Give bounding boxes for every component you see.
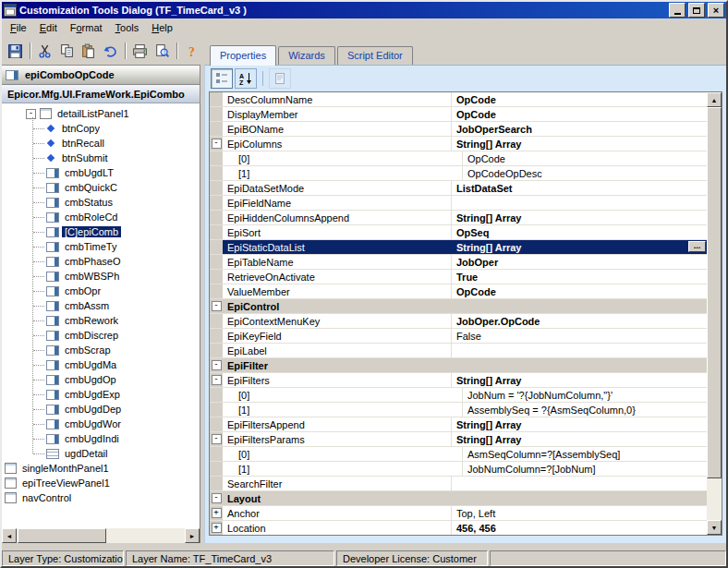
tree-item[interactable]: singleMonthPanel1: [2, 461, 200, 476]
tree-hscrollbar[interactable]: ◄ ►: [2, 528, 200, 543]
property-row[interactable]: +Location456, 456: [210, 521, 707, 536]
tree-item[interactable]: btnSubmit: [2, 151, 200, 165]
tree-item[interactable]: btnCopy: [2, 121, 200, 136]
tree-item[interactable]: cmbPhaseO: [2, 254, 200, 269]
tab-script-editor[interactable]: Script Editor: [337, 46, 413, 65]
undo-button[interactable]: [100, 40, 121, 63]
tab-wizards[interactable]: Wizards: [278, 46, 335, 65]
property-row[interactable]: EpiSortOpSeq: [210, 225, 707, 240]
category-row[interactable]: -EpiControl: [210, 299, 707, 314]
expand-toggle[interactable]: -: [212, 434, 222, 444]
tree-collapse-toggle[interactable]: -: [26, 109, 36, 119]
expand-toggle[interactable]: -: [212, 375, 222, 385]
property-row[interactable]: -EpiColumnsString[] Array: [210, 137, 707, 151]
property-row[interactable]: [0]OpCode: [210, 151, 707, 166]
tree-item[interactable]: cmbUgdIndi: [2, 431, 200, 446]
property-row[interactable]: EpiFieldName: [210, 196, 707, 211]
help-button[interactable]: ?: [182, 40, 203, 63]
property-row[interactable]: +AnchorTop, Left: [210, 506, 707, 521]
expand-toggle[interactable]: -: [212, 493, 222, 503]
alphabetical-sort-button[interactable]: A Z: [235, 68, 257, 89]
tree-item[interactable]: cmbRoleCd: [2, 210, 200, 224]
property-row[interactable]: EpiKeyFieldFalse: [210, 329, 707, 344]
tree-item[interactable]: cmbWBSPh: [2, 269, 200, 284]
property-row[interactable]: EpiFiltersAppendString[] Array: [210, 417, 707, 432]
property-row[interactable]: EpiDataSetModeListDataSet: [210, 181, 707, 196]
tree-item[interactable]: cmbUgdExp: [2, 387, 200, 402]
save-button[interactable]: [5, 40, 26, 63]
vscroll-thumb[interactable]: [707, 107, 722, 478]
scroll-right-button[interactable]: ►: [185, 528, 200, 543]
expand-toggle[interactable]: -: [212, 360, 222, 370]
expand-toggle[interactable]: -: [212, 139, 222, 149]
tree-item[interactable]: epiTreeViewPanel1: [2, 476, 200, 490]
hscroll-thumb[interactable]: [18, 528, 106, 543]
hscroll-track[interactable]: [106, 528, 185, 543]
property-row[interactable]: [0]JobNum = '?{JobNumColumn,"}': [210, 388, 707, 403]
tree-item[interactable]: cmbTimeTy: [2, 239, 200, 254]
close-button[interactable]: ×: [708, 3, 724, 18]
selected-control-header[interactable]: epiComboOpCode: [2, 65, 200, 85]
tab-properties[interactable]: Properties: [210, 45, 276, 66]
tree-item[interactable]: btnRecall: [2, 136, 200, 151]
tree-item[interactable]: cmbUgdMa: [2, 357, 200, 372]
property-row[interactable]: DescColumnNameOpCode: [210, 92, 707, 107]
scroll-left-button[interactable]: ◄: [2, 528, 17, 543]
maximize-button[interactable]: [688, 3, 705, 18]
scroll-up-button[interactable]: ▲: [707, 92, 722, 107]
tree-item[interactable]: cmbScrap: [2, 343, 200, 357]
property-row[interactable]: DisplayMemberOpCode: [210, 107, 707, 122]
property-row[interactable]: [1]OpCodeOpDesc: [210, 166, 707, 181]
property-row[interactable]: RetrieveOnActivateTrue: [210, 270, 707, 284]
property-row[interactable]: [1]JobNumColumn=?[JobNum]: [210, 462, 707, 477]
tree-item[interactable]: cmbOpr: [2, 284, 200, 298]
print-preview-button[interactable]: [152, 40, 173, 63]
copy-button[interactable]: [56, 40, 78, 63]
tree-item-label: epiTreeViewPanel1: [19, 477, 113, 489]
tree-item[interactable]: cmbUgdWor: [2, 417, 200, 431]
minimize-button[interactable]: [669, 3, 686, 18]
tree-item[interactable]: cmbAssm: [2, 298, 200, 313]
property-row[interactable]: EpiHiddenColumnsAppendString[] Array: [210, 211, 707, 225]
categorized-view-button[interactable]: [211, 68, 233, 89]
tree-item[interactable]: cmbUgdDep: [2, 402, 200, 417]
expand-toggle[interactable]: +: [212, 508, 222, 518]
tree-item[interactable]: cmbRework: [2, 313, 200, 328]
tree-item[interactable]: ugdDetail: [2, 446, 200, 461]
property-row[interactable]: EpiContextMenuKeyJobOper.OpCode: [210, 314, 707, 329]
menu-help[interactable]: Help: [145, 20, 179, 35]
tree-item[interactable]: [C]epiComb: [2, 224, 200, 239]
property-row[interactable]: SearchFilter: [210, 477, 707, 491]
property-row[interactable]: -EpiFiltersParamsString[] Array: [210, 432, 707, 447]
property-row[interactable]: EpiTableNameJobOper: [210, 255, 707, 270]
property-row[interactable]: [1]AssemblySeq = ?{AsmSeqColumn,0}: [210, 403, 707, 417]
toolbar-separator: [125, 42, 127, 59]
property-row[interactable]: EpiStaticDataListString[] Array...: [210, 240, 707, 255]
menu-tools[interactable]: Tools: [109, 20, 146, 35]
print-button[interactable]: [130, 40, 152, 63]
expand-toggle[interactable]: -: [212, 301, 222, 311]
ellipsis-button[interactable]: ...: [688, 241, 706, 252]
property-row[interactable]: EpiLabel: [210, 344, 707, 358]
property-row[interactable]: [0]AsmSeqColumn=?[AssemblySeq]: [210, 447, 707, 462]
menu-format[interactable]: Format: [64, 20, 109, 35]
tree-item[interactable]: cmbDiscrep: [2, 328, 200, 343]
paste-button[interactable]: [79, 40, 100, 63]
property-row[interactable]: ValueMemberOpCode: [210, 284, 707, 299]
tree-item[interactable]: cmbStatus: [2, 195, 200, 210]
property-row[interactable]: EpiBONameJobOperSearch: [210, 122, 707, 137]
tree-item[interactable]: cmbQuickC: [2, 180, 200, 195]
vscroll-track[interactable]: [707, 478, 722, 520]
expand-toggle[interactable]: +: [212, 523, 222, 533]
menu-file[interactable]: File: [4, 20, 33, 35]
category-row[interactable]: -Layout: [210, 491, 707, 506]
scroll-down-button[interactable]: ▼: [707, 520, 722, 535]
tree-item[interactable]: navControl: [2, 490, 200, 505]
property-row[interactable]: -EpiFiltersString[] Array: [210, 373, 707, 388]
cut-button[interactable]: [35, 40, 56, 63]
menu-edit[interactable]: Edit: [33, 20, 64, 35]
category-row[interactable]: -EpiFilter: [210, 358, 707, 373]
grid-vscrollbar[interactable]: ▲ ▼: [707, 92, 722, 535]
tree-item[interactable]: cmbUgdOp: [2, 372, 200, 387]
tree-item[interactable]: cmbUgdLT: [2, 165, 200, 180]
